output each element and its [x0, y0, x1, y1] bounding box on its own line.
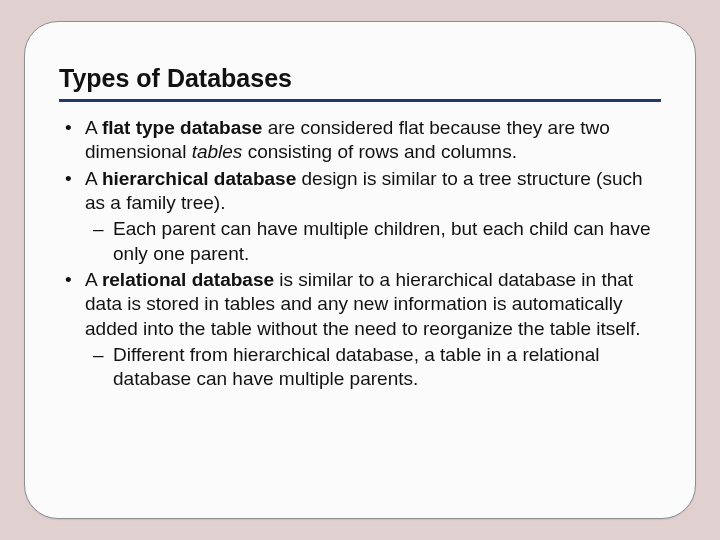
text: consisting of rows and columns.: [242, 141, 517, 162]
text: A: [85, 168, 102, 189]
sub-item: Different from hierarchical database, a …: [85, 343, 661, 392]
title-rule: [59, 99, 661, 102]
text: A: [85, 269, 102, 290]
text: A: [85, 117, 102, 138]
sub-item: Each parent can have multiple children, …: [85, 217, 661, 266]
list-item: A relational database is similar to a hi…: [59, 268, 661, 392]
bold-term: hierarchical database: [102, 168, 296, 189]
bold-term: relational database: [102, 269, 274, 290]
italic-term: tables: [192, 141, 243, 162]
slide-title: Types of Databases: [59, 64, 661, 99]
list-item: A flat type database are considered flat…: [59, 116, 661, 165]
slide-card: Types of Databases A flat type database …: [24, 21, 696, 519]
bold-term: flat type database: [102, 117, 263, 138]
bullet-list: A flat type database are considered flat…: [59, 116, 661, 391]
list-item: A hierarchical database design is simila…: [59, 167, 661, 266]
sub-list: Each parent can have multiple children, …: [85, 217, 661, 266]
sub-list: Different from hierarchical database, a …: [85, 343, 661, 392]
